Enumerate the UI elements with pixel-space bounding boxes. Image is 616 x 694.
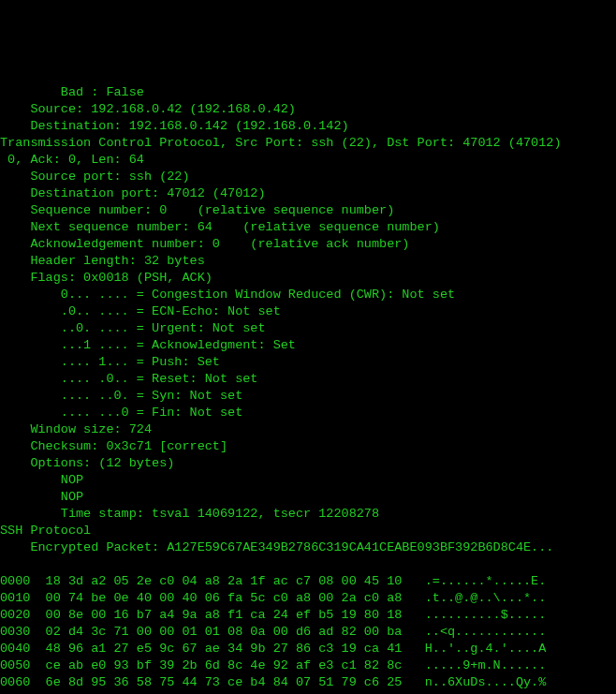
hexdump-row: 0030 02 d4 3c 71 00 00 01 01 08 0a 00 d6…	[0, 625, 546, 639]
tcp-header-length: Header length: 32 bytes	[0, 254, 205, 268]
tcp-flag-ecn: .0.. .... = ECN-Echo: Not set	[0, 304, 281, 318]
tcp-ack-number: Acknowledgement number: 0 (relative ack …	[0, 237, 409, 251]
ssh-encrypted-packet: Encrypted Packet: A127E59C67AE349B2786C3…	[0, 540, 553, 554]
hexdump-row: 0000 18 3d a2 05 2e c0 04 a8 2a 1f ac c7…	[0, 574, 546, 588]
hexdump-row: 0020 00 8e 00 16 b7 a4 9a a8 f1 ca 24 ef…	[0, 608, 546, 622]
tcp-flag-reset: .... .0.. = Reset: Not set	[0, 372, 257, 386]
tcp-header: Transmission Control Protocol, Src Port:…	[0, 136, 562, 150]
hexdump-row: 0040 48 96 a1 27 e5 9c 67 ae 34 9b 27 86…	[0, 642, 546, 656]
packet-source: Source: 192.168.0.42 (192.168.0.42)	[0, 102, 296, 116]
tcp-flag-syn: .... ..0. = Syn: Not set	[0, 389, 242, 403]
tcp-checksum: Checksum: 0x3c71 [correct]	[0, 439, 227, 453]
packet-line: Bad : False	[0, 85, 144, 99]
tcp-seq-number: Sequence number: 0 (relative sequence nu…	[0, 203, 394, 217]
tcp-flag-cwr: 0... .... = Congestion Window Reduced (C…	[0, 288, 455, 302]
hexdump-row: 0060 6e 8d 95 36 58 75 44 73 ce b4 84 07…	[0, 675, 546, 689]
tcp-flag-urgent: ..0. .... = Urgent: Not set	[0, 321, 266, 335]
tcp-flag-fin: .... ...0 = Fin: Not set	[0, 406, 242, 420]
tcp-option-nop: NOP	[0, 473, 83, 487]
ssh-protocol: SSH Protocol	[0, 524, 91, 538]
packet-destination: Destination: 192.168.0.142 (192.168.0.14…	[0, 119, 349, 133]
tcp-flag-push: .... 1... = Push: Set	[0, 355, 220, 369]
tcp-next-seq: Next sequence number: 64 (relative seque…	[0, 220, 440, 234]
tcp-options: Options: (12 bytes)	[0, 456, 174, 470]
tcp-window-size: Window size: 724	[0, 422, 152, 436]
tcp-dest-port: Destination port: 47012 (47012)	[0, 186, 266, 200]
tcp-option-nop: NOP	[0, 490, 83, 504]
tcp-flags: Flags: 0x0018 (PSH, ACK)	[0, 271, 213, 285]
tcp-option-timestamp: Time stamp: tsval 14069122, tsecr 122082…	[0, 507, 379, 521]
hexdump-row: 0050 ce ab e0 93 bf 39 2b 6d 8c 4e 92 af…	[0, 658, 546, 672]
hexdump-row: 0010 00 74 be 0e 40 00 40 06 fa 5c c0 a8…	[0, 591, 546, 605]
terminal-output[interactable]: Bad : False Source: 192.168.0.42 (192.16…	[0, 84, 616, 694]
tcp-summary: 0, Ack: 0, Len: 64	[0, 153, 144, 167]
tcp-flag-ack: ...1 .... = Acknowledgment: Set	[0, 338, 296, 352]
tcp-source-port: Source port: ssh (22)	[0, 170, 190, 184]
